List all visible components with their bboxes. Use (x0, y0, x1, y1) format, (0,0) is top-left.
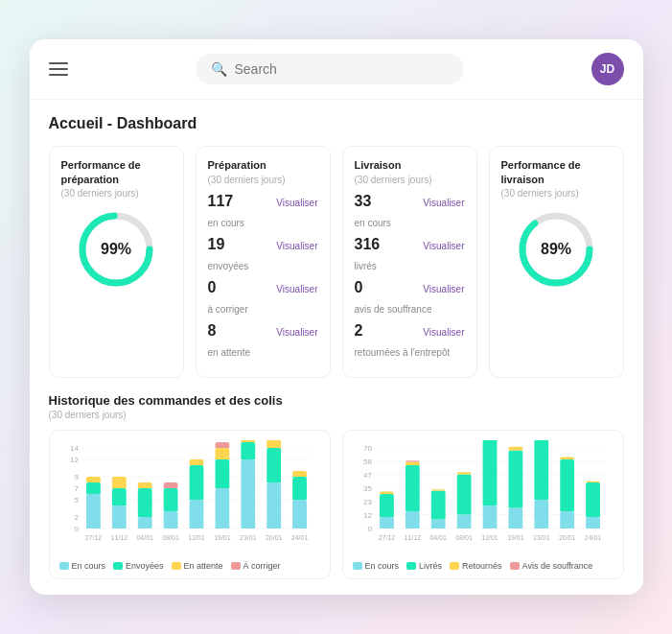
stat-number: 8 (208, 322, 217, 340)
card-perf-prep: Performance de préparation (30 derniers … (49, 146, 184, 377)
app-window: 🔍 JD Accueil - Dashboard Performance de … (30, 39, 643, 594)
card-title: Performance de préparation (61, 158, 172, 186)
legend-item: En cours (59, 561, 106, 571)
visualiser-link[interactable]: Visualiser (423, 241, 464, 251)
stat-label: en attente (208, 347, 318, 358)
stat-group: 19 Visualiser envoyées (208, 236, 318, 271)
visualiser-link[interactable]: Visualiser (276, 327, 317, 338)
donut-container: 89% (513, 206, 599, 293)
stat-label: livrés (355, 261, 465, 271)
charts-row: En coursEnvoyéesEn attenteÀ corriger En … (49, 430, 624, 579)
stat-label: en cours (208, 218, 318, 228)
card-title: Préparation (208, 158, 318, 172)
legend-item: En attente (172, 561, 223, 571)
stat-number: 0 (208, 279, 217, 296)
visualiser-link[interactable]: Visualiser (423, 198, 464, 208)
stat-row: 0 Visualiser (208, 279, 318, 296)
chart-right-card: En coursLivrésRetournésAvis de souffranc… (342, 430, 624, 579)
stat-row: 2 Visualiser (355, 322, 465, 340)
search-bar[interactable]: 🔍 (196, 54, 464, 84)
stat-group: 33 Visualiser en cours (355, 193, 465, 228)
stat-group: 2 Visualiser retournées à l'entrepôt (355, 322, 465, 358)
stat-number: 0 (355, 279, 363, 296)
chart-title: Historique des commandes et des colis (49, 393, 624, 408)
stat-number: 19 (208, 236, 225, 253)
legend-item: Envoyées (113, 561, 164, 571)
topbar: 🔍 JD (30, 39, 643, 100)
visualiser-link[interactable]: Visualiser (423, 284, 464, 294)
visualiser-link[interactable]: Visualiser (276, 241, 317, 251)
stat-number: 117 (208, 193, 234, 210)
stat-row: 0 Visualiser (355, 279, 465, 296)
stat-row: 33 Visualiser (355, 193, 465, 210)
search-input[interactable] (235, 61, 449, 77)
chart-section: Historique des commandes et des colis (3… (49, 393, 624, 579)
card-subtitle: (30 derniers jours) (501, 188, 612, 199)
card-title: Performance de livraison (501, 158, 612, 186)
main-content: Accueil - Dashboard Performance de prépa… (30, 100, 643, 594)
stat-label: en cours (355, 218, 465, 228)
stat-label: envoyées (208, 261, 318, 271)
stat-label: avis de souffrance (355, 304, 465, 315)
stat-number: 2 (355, 322, 363, 340)
donut-pct: 99% (101, 241, 131, 258)
stat-group: 0 Visualiser avis de souffrance (355, 279, 465, 315)
stat-label: retournées à l'entrepôt (355, 347, 465, 358)
chart-right-legend: En coursLivrésRetournésAvis de souffranc… (353, 561, 614, 571)
stat-row: 8 Visualiser (208, 322, 318, 340)
card-title: Livraison (355, 158, 465, 172)
stat-row: 19 Visualiser (208, 236, 318, 253)
legend-item: En cours (353, 561, 400, 571)
legend-item: Livrés (406, 561, 442, 571)
search-icon: 🔍 (211, 61, 227, 77)
legend-item: Retournés (450, 561, 502, 571)
donut-pct: 89% (541, 241, 571, 258)
card-livraison: Livraison (30 derniers jours) 33 Visuali… (342, 146, 477, 377)
card-subtitle: (30 derniers jours) (61, 188, 172, 199)
legend-item: Avis de souffrance (510, 561, 593, 571)
visualiser-link[interactable]: Visualiser (423, 327, 464, 338)
stat-row: 316 Visualiser (355, 236, 465, 253)
card-perf-liv: Performance de livraison (30 derniers jo… (489, 146, 624, 377)
stat-group: 8 Visualiser en attente (208, 322, 318, 358)
page-title: Accueil - Dashboard (49, 115, 624, 132)
avatar[interactable]: JD (591, 53, 624, 85)
visualiser-link[interactable]: Visualiser (276, 198, 317, 208)
stat-group: 316 Visualiser livrés (355, 236, 465, 271)
stat-number: 316 (355, 236, 381, 253)
stat-label: à corriger (208, 304, 318, 315)
stat-number: 33 (355, 193, 372, 210)
legend-item: À corriger (231, 561, 281, 571)
donut-container: 99% (73, 206, 159, 293)
visualiser-link[interactable]: Visualiser (276, 284, 317, 294)
card-prep: Préparation (30 derniers jours) 117 Visu… (196, 146, 331, 377)
chart-left-legend: En coursEnvoyéesEn attenteÀ corriger (59, 561, 320, 571)
menu-button[interactable] (49, 62, 68, 76)
cards-row: Performance de préparation (30 derniers … (49, 146, 624, 377)
card-subtitle: (30 derniers jours) (208, 175, 318, 185)
stat-group: 0 Visualiser à corriger (208, 279, 318, 315)
stat-row: 117 Visualiser (208, 193, 318, 210)
stat-group: 117 Visualiser en cours (208, 193, 318, 228)
card-subtitle: (30 derniers jours) (355, 175, 465, 185)
chart-left-card: En coursEnvoyéesEn attenteÀ corriger (49, 430, 331, 579)
chart-subtitle: (30 derniers jours) (49, 410, 624, 420)
